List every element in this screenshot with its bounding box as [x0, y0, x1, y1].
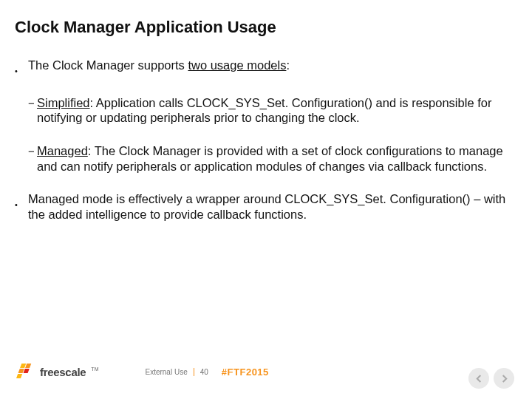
bullet-1-text: The Clock Manager supports two usage mod… — [28, 58, 290, 73]
slide-body: The Clock Manager supports two usage mod… — [15, 58, 510, 222]
bullet-dot-icon — [15, 58, 28, 78]
page-number: 40 — [200, 368, 208, 376]
sub-2-rest: : The Clock Manager is provided with a s… — [37, 144, 503, 173]
footer: freescale TM External Use 40 #FTF2015 — [15, 359, 517, 384]
divider-icon — [194, 368, 194, 376]
bullet-2: Managed mode is effectively a wrapper ar… — [15, 191, 510, 222]
sub-bullet-1-text: Simplified: Application calls CLOCK_SYS_… — [37, 95, 510, 126]
external-use-label: External Use — [145, 368, 187, 376]
slide-title: Clock Manager Application Usage — [15, 18, 510, 37]
sub-1-underlined: Simplified — [37, 96, 90, 109]
sub-bullet-1: Simplified: Application calls CLOCK_SYS_… — [28, 95, 510, 126]
sub-2-underlined: Managed — [37, 144, 88, 157]
footer-meta: External Use 40 #FTF2015 — [145, 366, 268, 378]
next-button[interactable] — [494, 368, 514, 389]
brand-logo: freescale TM — [15, 362, 98, 381]
bullet-2-text: Managed mode is effectively a wrapper ar… — [28, 191, 510, 222]
bullet-1-pre: The Clock Manager supports — [28, 58, 188, 72]
dash-icon — [28, 95, 37, 111]
dash-icon — [28, 143, 37, 159]
freescale-mark-icon — [15, 362, 35, 381]
trademark-icon: TM — [91, 366, 98, 372]
brand-name: freescale — [40, 366, 86, 378]
svg-rect-4 — [16, 374, 22, 378]
svg-rect-0 — [20, 364, 26, 368]
sub-bullet-2-text: Managed: The Clock Manager is provided w… — [37, 143, 510, 174]
bullet-1-underlined: two usage models — [188, 58, 286, 72]
bullet-1: The Clock Manager supports two usage mod… — [15, 58, 510, 78]
prev-button[interactable] — [468, 368, 489, 389]
hashtag-label: #FTF2015 — [222, 366, 269, 378]
svg-rect-2 — [18, 369, 24, 373]
slide: Clock Manager Application Usage The Cloc… — [0, 0, 532, 399]
sub-bullet-2: Managed: The Clock Manager is provided w… — [28, 143, 510, 174]
svg-rect-1 — [25, 364, 31, 368]
chevron-left-icon — [475, 375, 483, 383]
bullet-dot-icon — [15, 191, 28, 211]
bullet-1-post: : — [286, 58, 290, 72]
nav-controls — [468, 368, 514, 389]
svg-rect-3 — [24, 369, 30, 373]
chevron-right-icon — [500, 375, 508, 383]
sub-1-rest: : Application calls CLOCK_SYS_Set. Confi… — [37, 96, 491, 125]
